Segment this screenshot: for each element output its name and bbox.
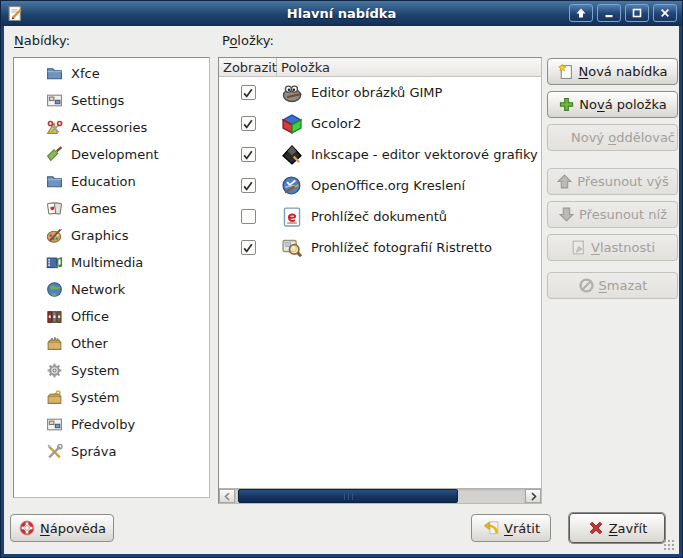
tree-item-development[interactable]: Development	[14, 141, 209, 168]
red-x-icon	[587, 519, 605, 537]
tree-item-predvolby[interactable]: Předvolby	[14, 411, 209, 438]
column-header-item[interactable]: Položka	[277, 58, 541, 76]
tree-item-education[interactable]: Education	[14, 168, 209, 195]
inkscape-icon	[281, 144, 303, 166]
lifebuoy-help-icon	[18, 519, 36, 537]
new-menu-button[interactable]: Nová nabídka	[547, 58, 678, 85]
show-checkbox[interactable]	[241, 240, 256, 255]
row-gcolor2[interactable]: Gcolor2	[219, 108, 541, 139]
titlebar[interactable]: Hlavní nabídka	[1, 1, 682, 26]
row-gimp[interactable]: Editor obrázků GIMP	[219, 77, 541, 108]
close-icon	[659, 7, 671, 19]
resize-grip[interactable]	[663, 539, 676, 552]
other-icon	[46, 335, 63, 352]
tree-item-accessories[interactable]: Accessories	[14, 114, 209, 141]
games-icon	[46, 200, 63, 217]
office-icon	[46, 308, 63, 325]
move-up-button[interactable]: Přesunout výš	[547, 168, 678, 195]
checkmark-icon	[242, 87, 254, 99]
h-scrollbar-track[interactable]	[235, 489, 525, 503]
network-icon	[46, 281, 63, 298]
help-button[interactable]: Nápověda	[10, 514, 114, 542]
accessories-icon	[46, 119, 63, 136]
system-icon	[46, 362, 63, 379]
delete-icon	[578, 277, 595, 294]
checkmark-icon	[242, 180, 254, 192]
dialog-content: Nabídky: Položky: Xfce Settings	[4, 26, 679, 554]
row-evince[interactable]: Prohlížeč dokumentů	[219, 201, 541, 232]
tree-item-graphics[interactable]: Graphics	[14, 222, 209, 249]
tree-item-settings[interactable]: Settings	[14, 87, 209, 114]
ristretto-icon	[281, 237, 303, 259]
folder-icon	[46, 173, 63, 190]
tree-item-xfce[interactable]: Xfce	[14, 60, 209, 87]
settings-icon	[46, 92, 63, 109]
tree-item-games[interactable]: Games	[14, 195, 209, 222]
evince-icon	[281, 206, 303, 228]
scroll-right-button[interactable]	[525, 489, 541, 503]
window-edit-icon	[7, 5, 24, 22]
gimp-icon	[281, 82, 303, 104]
graphics-icon	[46, 227, 63, 244]
items-label: Položky:	[222, 33, 274, 48]
show-checkbox[interactable]	[241, 85, 256, 100]
menu-editor-window: Hlavní nabídka Nabídky: Položky:	[0, 0, 683, 558]
h-scrollbar[interactable]	[219, 488, 541, 503]
minimize-icon	[603, 7, 615, 19]
checkmark-icon	[242, 242, 254, 254]
close-window-button[interactable]	[653, 4, 677, 22]
h-scrollbar-thumb[interactable]	[238, 489, 458, 503]
tree-item-other[interactable]: Other	[14, 330, 209, 357]
properties-icon	[570, 239, 587, 256]
close-dialog-button[interactable]: Zavřít	[569, 513, 665, 543]
tree-item-multimedia[interactable]: Multimedia	[14, 249, 209, 276]
delete-button[interactable]: Smazat	[547, 272, 678, 299]
rollup-icon	[575, 7, 587, 19]
move-down-button[interactable]: Přesunout níž	[547, 201, 678, 228]
rollup-button[interactable]	[569, 4, 593, 22]
show-checkbox[interactable]	[241, 116, 256, 131]
table-header: Zobrazit Položka	[219, 58, 541, 77]
maximize-button[interactable]	[625, 4, 649, 22]
folder-icon	[46, 65, 63, 82]
toolbox-icon	[46, 389, 63, 406]
revert-button[interactable]: Vrátit	[471, 514, 551, 542]
arrow-down-icon	[558, 206, 575, 223]
checkmark-icon	[242, 118, 254, 130]
admin-icon	[46, 443, 63, 460]
show-checkbox[interactable]	[241, 209, 256, 224]
properties-button[interactable]: Vlastnosti	[547, 234, 678, 261]
development-icon	[46, 146, 63, 163]
row-ooo-draw[interactable]: OpenOffice.org Kreslení	[219, 170, 541, 201]
tree-item-office[interactable]: Office	[14, 303, 209, 330]
chevron-right-icon	[529, 492, 538, 501]
minimize-button[interactable]	[597, 4, 621, 22]
tree-item-system-menu[interactable]: Systém	[14, 384, 209, 411]
column-header-show[interactable]: Zobrazit	[219, 58, 277, 76]
add-icon	[558, 96, 575, 113]
menu-tree[interactable]: Xfce Settings Accessories	[13, 57, 210, 498]
new-separator-button[interactable]: Nový oddělovač	[547, 124, 678, 151]
arrow-up-icon	[556, 173, 573, 190]
revert-icon	[482, 519, 500, 537]
window-title: Hlavní nabídka	[287, 6, 396, 21]
row-ristretto[interactable]: Prohlížeč fotografií Ristretto	[219, 232, 541, 263]
gcolor2-icon	[281, 113, 303, 135]
action-buttons: Nová nabídka Nová položka Nový oddělovač…	[547, 58, 678, 305]
tree-item-sprava[interactable]: Správa	[14, 438, 209, 465]
new-menu-icon	[557, 63, 574, 80]
show-checkbox[interactable]	[241, 178, 256, 193]
tree-item-system[interactable]: System	[14, 357, 209, 384]
tree-item-network[interactable]: Network	[14, 276, 209, 303]
scroll-left-button[interactable]	[219, 489, 235, 503]
ooodraw-icon	[281, 175, 303, 197]
show-checkbox[interactable]	[241, 147, 256, 162]
multimedia-icon	[46, 254, 63, 271]
settings-icon	[46, 416, 63, 433]
maximize-icon	[631, 7, 643, 19]
checkmark-icon	[242, 149, 254, 161]
items-table: Zobrazit Položka Editor obrázků GIMP	[218, 57, 542, 504]
chevron-left-icon	[223, 492, 232, 501]
row-inkscape[interactable]: Inkscape - editor vektorové grafiky	[219, 139, 541, 170]
new-item-button[interactable]: Nová položka	[547, 91, 678, 118]
